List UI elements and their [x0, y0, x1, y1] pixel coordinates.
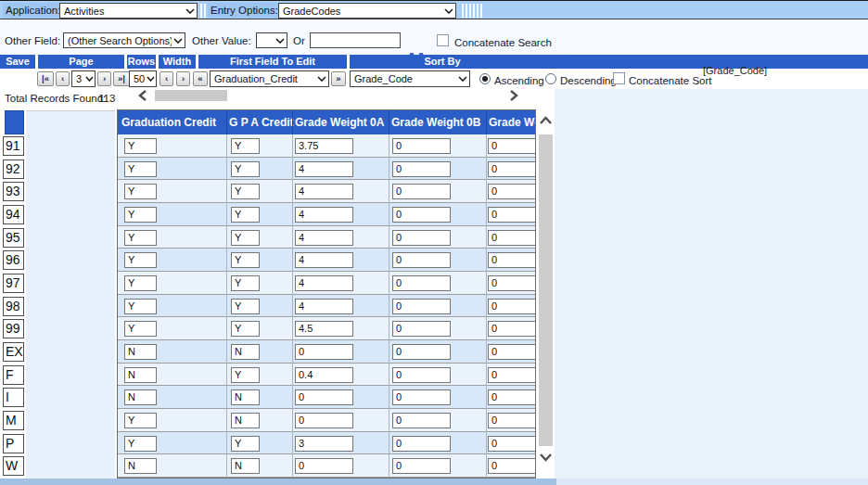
cell-input[interactable]: N: [124, 367, 157, 383]
cell-input[interactable]: Y: [231, 436, 260, 452]
cell-input[interactable]: 4: [295, 184, 353, 199]
page-last-button[interactable]: »|: [113, 71, 130, 86]
cell-input[interactable]: 0: [392, 207, 451, 223]
cell-input[interactable]: Y: [231, 184, 260, 199]
cell-input[interactable]: Y: [124, 413, 157, 428]
row-label[interactable]: 95: [3, 228, 24, 248]
cell-input[interactable]: Y: [231, 138, 260, 154]
cell-input[interactable]: 0: [488, 367, 536, 383]
cell-input[interactable]: Y: [231, 161, 260, 177]
hscroll-right-icon[interactable]: [507, 89, 520, 102]
cell-input[interactable]: 0: [392, 275, 451, 291]
width-increase-button[interactable]: ›: [176, 71, 190, 86]
other-field-select[interactable]: (Other Search Options): [63, 32, 185, 48]
vertical-scrollbar[interactable]: [538, 110, 554, 478]
cell-input[interactable]: 0.4: [295, 367, 353, 383]
cell-input[interactable]: 0: [488, 230, 536, 246]
cell-input[interactable]: 0: [295, 344, 353, 360]
cell-input[interactable]: 0: [488, 413, 536, 428]
row-label[interactable]: EX: [3, 342, 24, 362]
cell-input[interactable]: 0: [392, 184, 451, 199]
cell-input[interactable]: Y: [231, 299, 260, 314]
cell-input[interactable]: 0: [488, 161, 536, 177]
cell-input[interactable]: Y: [231, 252, 260, 268]
cell-input[interactable]: N: [124, 458, 157, 474]
cell-input[interactable]: 4: [295, 207, 353, 223]
cell-input[interactable]: Y: [124, 207, 157, 223]
first-field-next-button[interactable]: »: [331, 71, 346, 86]
cell-input[interactable]: 4: [295, 252, 353, 268]
cell-input[interactable]: 0: [392, 252, 451, 268]
hscroll-left-icon[interactable]: [135, 89, 148, 102]
search-value-input[interactable]: [310, 32, 401, 48]
cell-input[interactable]: 4.5: [295, 321, 353, 337]
cell-input[interactable]: 0: [295, 413, 353, 428]
cell-input[interactable]: 0: [488, 321, 536, 337]
row-label[interactable]: 94: [3, 205, 24, 224]
row-label[interactable]: I: [3, 388, 24, 407]
cell-input[interactable]: Y: [124, 299, 157, 314]
row-label[interactable]: M: [3, 411, 24, 430]
application-select[interactable]: Activities: [59, 3, 198, 19]
cell-input[interactable]: 0: [488, 252, 536, 268]
vscroll-up-icon[interactable]: [540, 114, 552, 126]
descending-radio[interactable]: [545, 73, 556, 84]
first-field-prev-button[interactable]: «: [193, 71, 208, 86]
row-label[interactable]: 91: [3, 136, 24, 156]
row-label[interactable]: F: [3, 365, 24, 385]
cell-input[interactable]: 0: [392, 161, 451, 177]
cell-input[interactable]: 0: [392, 389, 451, 405]
cell-input[interactable]: 0: [488, 207, 536, 223]
cell-input[interactable]: 0: [488, 436, 536, 452]
cell-input[interactable]: 0: [488, 275, 536, 291]
cell-input[interactable]: 0: [392, 344, 451, 360]
cell-input[interactable]: 0: [295, 458, 353, 474]
cell-input[interactable]: Y: [124, 252, 157, 268]
cell-input[interactable]: 3: [295, 436, 353, 452]
vscroll-down-icon[interactable]: [540, 452, 552, 464]
first-field-select[interactable]: Graduation_Credit: [210, 70, 329, 87]
cell-input[interactable]: 0: [488, 184, 536, 199]
cell-input[interactable]: Y: [231, 230, 260, 246]
page-prev-button[interactable]: ‹: [56, 71, 70, 86]
row-label[interactable]: 93: [3, 182, 24, 201]
cell-input[interactable]: 4: [295, 161, 353, 177]
cell-input[interactable]: 0: [392, 230, 451, 246]
cell-input[interactable]: Y: [231, 275, 260, 291]
cell-input[interactable]: Y: [231, 207, 260, 223]
cell-input[interactable]: 3.75: [295, 138, 353, 154]
cell-input[interactable]: 0: [392, 367, 451, 383]
cell-input[interactable]: 0: [392, 436, 451, 452]
concatenate-sort-checkbox[interactable]: [613, 72, 625, 84]
page-select[interactable]: 3: [71, 70, 96, 87]
cell-input[interactable]: 0: [295, 389, 353, 405]
cell-input[interactable]: N: [231, 389, 260, 405]
row-label[interactable]: 92: [3, 160, 24, 179]
entry-options-select[interactable]: GradeCodes: [278, 3, 456, 19]
cell-input[interactable]: Y: [124, 138, 157, 154]
cell-input[interactable]: 0: [392, 321, 451, 337]
cell-input[interactable]: N: [124, 389, 157, 405]
cell-input[interactable]: 0: [488, 138, 536, 154]
row-label[interactable]: 96: [3, 250, 24, 270]
cell-input[interactable]: Y: [124, 161, 157, 177]
hscroll-thumb[interactable]: [155, 90, 227, 101]
cell-input[interactable]: 4: [295, 299, 353, 314]
cell-input[interactable]: 0: [392, 138, 451, 154]
cell-input[interactable]: N: [124, 344, 157, 360]
cell-input[interactable]: Y: [124, 321, 157, 337]
cell-input[interactable]: N: [231, 413, 260, 428]
concatenate-search-checkbox[interactable]: [437, 34, 449, 46]
vscroll-thumb[interactable]: [539, 134, 553, 446]
page-first-button[interactable]: |«: [37, 71, 54, 86]
row-label[interactable]: P: [3, 434, 24, 453]
cell-input[interactable]: 0: [488, 389, 536, 405]
save-button[interactable]: Save: [0, 55, 35, 69]
cell-input[interactable]: 0: [488, 458, 536, 474]
cell-input[interactable]: Y: [124, 275, 157, 291]
cell-input[interactable]: Y: [231, 367, 260, 383]
cell-input[interactable]: N: [231, 458, 260, 474]
cell-input[interactable]: 4: [295, 275, 353, 291]
row-label[interactable]: 97: [3, 274, 24, 293]
cell-input[interactable]: 0: [392, 299, 451, 314]
